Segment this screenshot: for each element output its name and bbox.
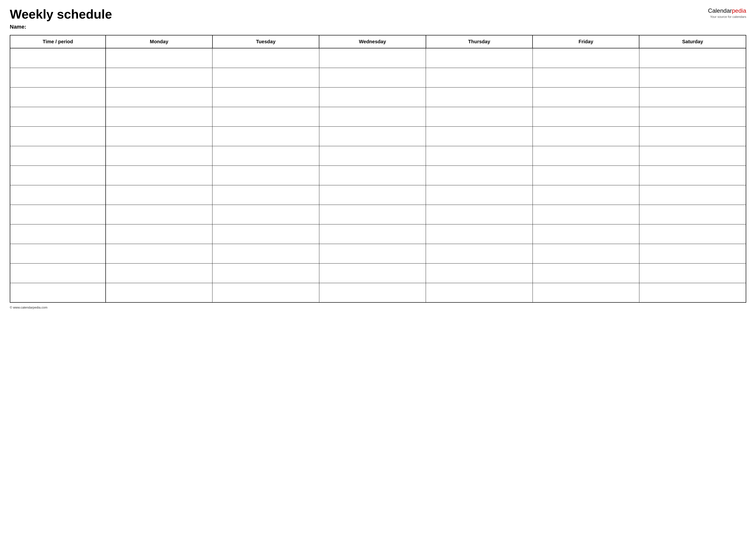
schedule-cell[interactable] [533,224,639,244]
schedule-cell[interactable] [639,87,746,107]
schedule-cell[interactable] [212,244,319,263]
schedule-cell[interactable] [319,166,426,185]
table-row [10,68,746,87]
schedule-cell[interactable] [106,244,212,263]
schedule-cell[interactable] [639,263,746,283]
col-header-saturday: Saturday [639,35,746,48]
schedule-cell[interactable] [319,244,426,263]
table-row [10,205,746,224]
schedule-cell[interactable] [533,107,639,126]
schedule-cell[interactable] [639,283,746,302]
schedule-cell[interactable] [106,263,212,283]
schedule-cell[interactable] [319,263,426,283]
schedule-cell[interactable] [639,146,746,166]
schedule-cell[interactable] [212,87,319,107]
schedule-cell[interactable] [319,283,426,302]
schedule-cell[interactable] [212,146,319,166]
time-cell[interactable] [10,244,106,263]
schedule-cell[interactable] [639,224,746,244]
schedule-cell[interactable] [319,48,426,68]
schedule-cell[interactable] [426,68,533,87]
schedule-cell[interactable] [639,107,746,126]
schedule-cell[interactable] [212,283,319,302]
schedule-cell[interactable] [319,205,426,224]
schedule-cell[interactable] [212,263,319,283]
schedule-cell[interactable] [533,87,639,107]
table-row [10,283,746,302]
time-cell[interactable] [10,68,106,87]
schedule-cell[interactable] [106,205,212,224]
schedule-cell[interactable] [533,263,639,283]
schedule-cell[interactable] [426,126,533,146]
schedule-cell[interactable] [212,205,319,224]
schedule-cell[interactable] [533,146,639,166]
schedule-cell[interactable] [639,185,746,205]
schedule-cell[interactable] [533,205,639,224]
logo-calendar: Calendar [708,7,732,14]
time-cell[interactable] [10,185,106,205]
schedule-cell[interactable] [319,87,426,107]
schedule-cell[interactable] [106,68,212,87]
schedule-cell[interactable] [426,107,533,126]
schedule-cell[interactable] [106,87,212,107]
schedule-cell[interactable] [426,224,533,244]
schedule-cell[interactable] [106,48,212,68]
time-cell[interactable] [10,283,106,302]
schedule-cell[interactable] [106,107,212,126]
schedule-cell[interactable] [212,68,319,87]
time-cell[interactable] [10,146,106,166]
schedule-cell[interactable] [639,48,746,68]
schedule-cell[interactable] [212,224,319,244]
schedule-cell[interactable] [319,146,426,166]
schedule-cell[interactable] [533,48,639,68]
schedule-cell[interactable] [533,283,639,302]
schedule-cell[interactable] [533,166,639,185]
schedule-cell[interactable] [639,244,746,263]
schedule-cell[interactable] [533,244,639,263]
schedule-cell[interactable] [426,263,533,283]
schedule-cell[interactable] [319,107,426,126]
schedule-cell[interactable] [319,185,426,205]
time-cell[interactable] [10,126,106,146]
schedule-cell[interactable] [319,68,426,87]
schedule-cell[interactable] [426,87,533,107]
schedule-cell[interactable] [106,224,212,244]
schedule-cell[interactable] [426,244,533,263]
schedule-cell[interactable] [426,185,533,205]
time-cell[interactable] [10,166,106,185]
table-row [10,107,746,126]
schedule-cell[interactable] [639,205,746,224]
schedule-cell[interactable] [426,146,533,166]
schedule-cell[interactable] [106,126,212,146]
schedule-cell[interactable] [533,126,639,146]
time-cell[interactable] [10,107,106,126]
schedule-cell[interactable] [319,126,426,146]
schedule-cell[interactable] [426,48,533,68]
schedule-cell[interactable] [639,68,746,87]
schedule-cell[interactable] [212,107,319,126]
schedule-cell[interactable] [212,185,319,205]
schedule-cell[interactable] [426,166,533,185]
time-cell[interactable] [10,224,106,244]
table-row [10,224,746,244]
schedule-cell[interactable] [426,205,533,224]
schedule-cell[interactable] [426,283,533,302]
time-cell[interactable] [10,87,106,107]
schedule-cell[interactable] [106,283,212,302]
schedule-cell[interactable] [106,185,212,205]
schedule-cell[interactable] [212,126,319,146]
schedule-cell[interactable] [106,166,212,185]
col-header-wednesday: Wednesday [319,35,426,48]
schedule-cell[interactable] [319,224,426,244]
schedule-cell[interactable] [639,126,746,146]
schedule-cell[interactable] [639,166,746,185]
time-cell[interactable] [10,48,106,68]
table-row [10,166,746,185]
schedule-cell[interactable] [212,48,319,68]
schedule-cell[interactable] [106,146,212,166]
time-cell[interactable] [10,263,106,283]
time-cell[interactable] [10,205,106,224]
schedule-cell[interactable] [533,68,639,87]
schedule-cell[interactable] [212,166,319,185]
schedule-cell[interactable] [533,185,639,205]
